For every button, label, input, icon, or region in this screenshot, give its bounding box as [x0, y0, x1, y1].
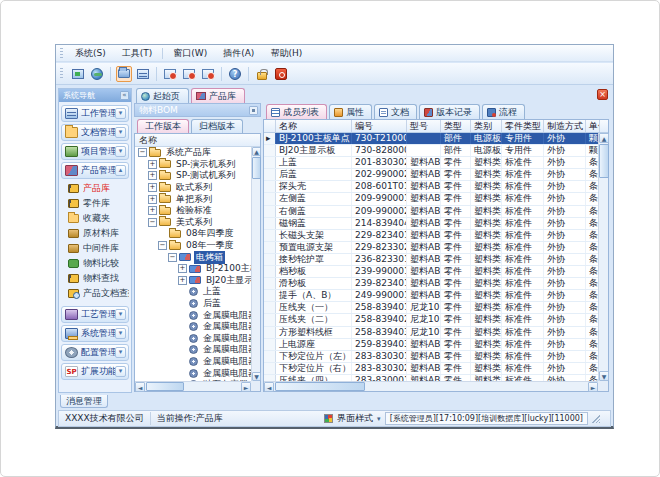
- table-row[interactable]: 磁钢盖214-839404-01X塑料ABS零件塑料类标准件外协条: [264, 218, 598, 230]
- chevron-down-icon[interactable]: ▾: [377, 415, 381, 423]
- chevron-down-icon[interactable]: ▾: [115, 328, 126, 339]
- collapse-icon[interactable]: −: [148, 218, 157, 227]
- desktop-button[interactable]: [70, 66, 86, 82]
- sidebar-section-产品管理[interactable]: 产品管理▴: [61, 162, 129, 179]
- table-row[interactable]: 预置电源支架229-823302-00X塑料ABS零件塑料类标准件外协条: [264, 242, 598, 254]
- tree-node[interactable]: +检验标准: [135, 205, 251, 217]
- scroll-up-icon[interactable]: ▲: [599, 133, 609, 143]
- tab-归档版本[interactable]: 归档版本: [191, 119, 243, 133]
- tree-node[interactable]: 金属膜电阻器: [135, 321, 251, 333]
- scroll-down-icon[interactable]: ▼: [599, 371, 609, 381]
- chevron-down-icon[interactable]: ▾: [115, 309, 126, 320]
- tree-node[interactable]: +SP-演示机系列: [135, 159, 251, 171]
- tree-node[interactable]: −电烤箱: [135, 251, 251, 263]
- sidebar-item-产品库[interactable]: 产品库: [61, 181, 129, 196]
- document-tab-home[interactable]: 起始页: [136, 88, 189, 103]
- table-horizontal-scrollbar[interactable]: ◄ ►: [264, 381, 598, 391]
- column-header-型号[interactable]: 型号: [407, 120, 441, 132]
- scroll-down-icon[interactable]: ▼: [252, 372, 261, 381]
- collapse-icon[interactable]: −: [158, 241, 167, 250]
- chevron-down-icon[interactable]: ▾: [115, 127, 126, 138]
- menu-item[interactable]: 窗口(W): [165, 46, 215, 61]
- chevron-down-icon[interactable]: ▾: [115, 347, 126, 358]
- table-row[interactable]: 探头壳208-601T01-01X塑料ABS零件塑料类标准件外协条: [264, 181, 598, 193]
- sidebar-section-配置管理[interactable]: 配置管理▾: [61, 344, 129, 361]
- expand-icon[interactable]: +: [178, 264, 187, 273]
- table-scroll-thumb[interactable]: [599, 144, 609, 178]
- tree-scroll-thumb[interactable]: [252, 157, 261, 179]
- table-hscroll-thumb[interactable]: [275, 382, 365, 391]
- expand-icon[interactable]: +: [178, 276, 187, 285]
- close-document-button[interactable]: ×: [597, 89, 608, 100]
- table-row[interactable]: 接秒轮护罩236-823301-00X塑料ABS零件塑料类标准件外协条: [264, 254, 598, 266]
- sidebar-section-工艺管理[interactable]: 工艺管理▾: [61, 306, 129, 323]
- sidebar-item-零件库[interactable]: 零件库: [61, 196, 129, 211]
- tab-属性[interactable]: 属性: [329, 104, 372, 119]
- menu-item[interactable]: 系统(S): [67, 46, 114, 61]
- sidebar-item-中间件库[interactable]: 中间件库: [61, 241, 129, 256]
- tree-vertical-scrollbar[interactable]: ▲ ▼: [251, 147, 260, 381]
- table-row[interactable]: 档秒板239-990001-01X塑料ABS零件塑料类标准件外协条: [264, 266, 598, 278]
- table-vertical-scrollbar[interactable]: ▲ ▼: [598, 133, 608, 381]
- tree-node[interactable]: +BJ-2100主板单点: [135, 263, 251, 275]
- sidebar-section-扩展功能[interactable]: SP扩展功能▾: [61, 363, 129, 380]
- table-row[interactable]: 提手（A、B）249-990001-01X塑料ABS零件塑料类标准件外协条: [264, 290, 598, 302]
- column-header-零件类型[interactable]: 零件类型: [502, 120, 544, 132]
- exit-button[interactable]: [273, 66, 289, 82]
- sidebar-item-产品文档查找[interactable]: 产品文档查找: [61, 286, 129, 301]
- table-row[interactable]: 后盖202-990002-01X塑料ABS零件塑料类标准件外协条: [264, 169, 598, 181]
- expand-icon[interactable]: +: [148, 171, 157, 180]
- column-header-类别[interactable]: 类别: [471, 120, 502, 132]
- table-row[interactable]: BJ20主显示板730-828000-04X部件电源板专用件外协颗: [264, 145, 598, 157]
- column-header-类型[interactable]: 类型: [441, 120, 471, 132]
- table-row[interactable]: 方形塑料线框258-839403-00X尼龙1010零件塑料类标准件外协条: [264, 327, 598, 339]
- tab-流程[interactable]: 流程: [482, 104, 525, 119]
- tree-node[interactable]: 后盖: [135, 298, 251, 310]
- chevron-down-icon[interactable]: ▾: [115, 108, 126, 119]
- scroll-left-icon[interactable]: ◄: [135, 382, 145, 392]
- tree-node[interactable]: +单把系列: [135, 193, 251, 205]
- document-tab-product[interactable]: 产品库: [191, 88, 245, 103]
- sidebar-item-原材料库[interactable]: 原材料库: [61, 226, 129, 241]
- sidebar-collapse-button[interactable]: «: [120, 91, 129, 100]
- sidebar-section-工作管理[interactable]: 工作管理▾: [61, 105, 129, 122]
- sidebar-item-收藏夹[interactable]: 收藏夹: [61, 211, 129, 226]
- table-row[interactable]: ▸BJ-2100主板单点730-T21000-12X部件电源板专用件外协颗: [264, 133, 598, 145]
- toolbar-grip[interactable]: [60, 68, 63, 79]
- scroll-right-icon[interactable]: ►: [588, 382, 598, 392]
- library-folder-button[interactable]: [116, 66, 132, 82]
- tree-node[interactable]: +BJ20主显示板: [135, 275, 251, 287]
- tree-horizontal-scrollbar[interactable]: ◄ ►: [135, 381, 251, 391]
- sidebar-section-系统管理[interactable]: 系统管理▾: [61, 325, 129, 342]
- tree-node[interactable]: +欧式系列: [135, 182, 251, 194]
- sidebar-item-物料比较[interactable]: 物料比较: [61, 256, 129, 271]
- column-header-名称[interactable]: 名称: [276, 120, 352, 132]
- collapse-icon[interactable]: −: [168, 253, 177, 262]
- sidebar-section-项目管理[interactable]: 项目管理▾: [61, 143, 129, 160]
- tree-column-header[interactable]: 名称: [135, 134, 260, 147]
- sidebar-section-文档管理[interactable]: 文档管理▾: [61, 124, 129, 141]
- resize-grip[interactable]: [592, 415, 600, 423]
- report-open-button[interactable]: [181, 66, 197, 82]
- message-panel-tab[interactable]: 消息管理: [60, 395, 108, 408]
- window-grid-button[interactable]: [135, 66, 151, 82]
- tree-hscroll-thumb[interactable]: [146, 382, 184, 391]
- table-row[interactable]: 左侧盖209-990001-01X塑料ABS零件塑料类标准件外协条: [264, 193, 598, 205]
- column-header-单位[interactable]: 单位: [586, 120, 600, 132]
- chevron-up-icon[interactable]: ▴: [115, 165, 126, 176]
- table-row[interactable]: 压线夹（二）258-839402-00X尼龙1010零件塑料类标准件外协条: [264, 314, 598, 326]
- menu-item[interactable]: 帮助(H): [262, 46, 310, 61]
- tree-node[interactable]: 金属膜电阻器: [135, 333, 251, 345]
- scroll-up-icon[interactable]: ▲: [252, 147, 261, 156]
- lock-button[interactable]: [254, 66, 270, 82]
- table-row[interactable]: 下秒定位片（左）283-830301-00X塑料ABS零件塑料类标准件外协条: [264, 351, 598, 363]
- pin-icon[interactable]: [249, 106, 258, 115]
- interface-style-selector[interactable]: 界面样式: [337, 412, 373, 425]
- tree-node[interactable]: −系统产品库: [135, 147, 251, 159]
- globe-button[interactable]: [89, 66, 105, 82]
- menubar-grip[interactable]: [60, 48, 63, 59]
- table-row[interactable]: 滑秒板239-823401-01X塑料ABS零件塑料类标准件外协条: [264, 278, 598, 290]
- chevron-down-icon[interactable]: ▾: [115, 366, 126, 377]
- tree-node[interactable]: 金属膜电阻器: [135, 367, 251, 379]
- tab-成员列表[interactable]: 成员列表: [266, 104, 327, 119]
